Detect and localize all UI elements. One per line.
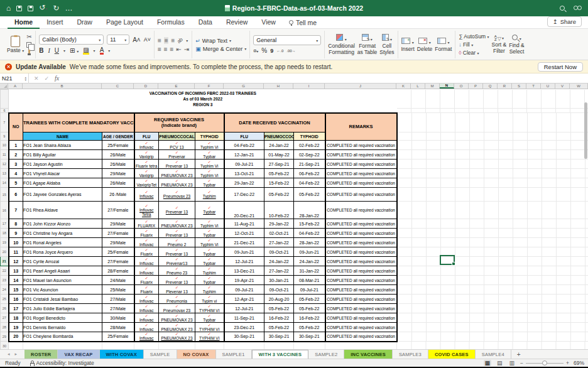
col-header[interactable]: S — [512, 84, 526, 89]
decrease-decimal-icon[interactable]: .00→ — [286, 49, 295, 53]
empty-cell[interactable] — [264, 342, 294, 350]
cell-pneumo-brand[interactable]: ✓Pneumovax 23 — [159, 304, 195, 313]
cell-flu-date[interactable]: 13-Oct-21 — [224, 169, 264, 178]
row-number[interactable]: 16 — [1, 202, 9, 219]
sheet-tab-no-covax[interactable]: NO COVAX — [177, 350, 216, 359]
cell-name[interactable]: FO1 Billy Aguilar — [23, 150, 102, 160]
cell-name[interactable]: FO1 Vic Asuncion — [23, 285, 102, 295]
tab-page-layout[interactable]: Page Layout — [99, 16, 150, 29]
col-header[interactable]: L — [411, 84, 425, 89]
cell-pneumo-date[interactable]: 09-Oct-21 — [264, 285, 294, 295]
cell-age[interactable]: 27/Male — [102, 304, 134, 313]
empty-cell[interactable] — [159, 342, 195, 350]
cell-flu-date[interactable]: 21-Dec-21 — [224, 238, 264, 247]
cell-typhoid-brand[interactable]: ✓Typbar — [195, 257, 224, 266]
cell-age[interactable]: 24/Male — [102, 276, 134, 285]
cell-name[interactable]: FO1 Pearl Angeli Asaari — [23, 266, 102, 276]
zoom-knob[interactable] — [542, 360, 547, 365]
cell-age[interactable]: 25/Female — [102, 247, 134, 257]
col-header[interactable]: T — [526, 84, 541, 89]
cell-flu-brand[interactable]: ✓Influvac — [134, 141, 159, 150]
cell-pneumo-date[interactable]: 15-Feb-22 — [264, 178, 294, 188]
cell-typhoid-brand[interactable]: ✓Typhim Vi — [195, 160, 224, 169]
empty-cell[interactable] — [9, 109, 397, 113]
tab-data[interactable]: Data — [192, 16, 219, 29]
cell-flu-brand[interactable]: ✓Influvac Tetra — [134, 202, 159, 219]
cell-typhoid-brand[interactable]: ✓Typhim Vi — [195, 169, 224, 178]
empty-cell[interactable] — [325, 342, 397, 350]
cell-remarks[interactable]: COMPLETED all required vaccination — [325, 178, 397, 188]
cell-remarks[interactable]: COMPLETED all required vaccination — [325, 141, 397, 150]
cell-age[interactable]: 28/Female — [102, 266, 134, 276]
sheet-title[interactable]: VACCINATION OF INCOMING FBRC 2022-03 TRA… — [9, 90, 397, 109]
search-icon[interactable] — [560, 6, 565, 11]
cell-flu-brand[interactable]: ✓Fluarix — [134, 285, 159, 295]
grow-font-icon[interactable]: A˄ — [133, 36, 141, 43]
cell-remarks[interactable]: COMPLETED all required vaccination — [325, 276, 397, 285]
cell-pneumo-brand[interactable]: ✓Prevenar 13 — [159, 202, 195, 219]
cell-no[interactable]: 1 — [9, 141, 23, 150]
cell-pneumo-date[interactable]: 27-Jan-22 — [264, 266, 294, 276]
enter-icon[interactable]: ✓ — [45, 75, 50, 82]
cell-flu-date[interactable]: 12-Jul-21 — [224, 304, 264, 313]
sheet-tab-sample[interactable]: SAMPLE — [144, 350, 177, 359]
cell-remarks[interactable]: COMPLETED all required vaccination — [325, 266, 397, 276]
row-number[interactable]: 17 — [1, 219, 9, 229]
cell-pneumo-date[interactable]: 05-Feb-22 — [264, 169, 294, 178]
save-icon[interactable] — [16, 6, 22, 11]
zoom-level[interactable]: 69% — [574, 360, 584, 366]
paste-button[interactable]: Paste ▾ — [7, 36, 24, 54]
cell-styles-button[interactable]: ✎ ▾ CellStyles — [379, 34, 394, 55]
cell-flu-date[interactable]: 20-Dec-21 — [224, 202, 264, 219]
cell-pneumo-date[interactable]: 01-May-22 — [264, 150, 294, 160]
header-typhoid-brand[interactable]: TYPHOID — [195, 133, 224, 141]
copy-icon[interactable] — [26, 42, 31, 48]
cell-flu-date[interactable]: 09-Jul-21 — [224, 285, 264, 295]
row-number[interactable]: 7 — [1, 113, 9, 133]
sheet-tab-sample4[interactable]: SAMPLE4 — [476, 350, 511, 359]
cell-remarks[interactable]: COMPLETED all required vaccination — [325, 257, 397, 266]
header-remarks[interactable]: REMARKS — [325, 113, 397, 141]
col-header[interactable]: U — [541, 84, 555, 89]
row-number[interactable] — [1, 90, 9, 109]
cell-pneumo-date[interactable]: 16-Feb-22 — [264, 313, 294, 323]
row-number[interactable]: 28 — [1, 323, 9, 332]
cell-age[interactable]: 25/Male — [102, 285, 134, 295]
borders-icon[interactable]: ⊞ ▾ — [70, 47, 79, 54]
cell-no[interactable]: 15 — [9, 285, 23, 295]
cell-typhoid-date[interactable]: 05-Feb-22 — [294, 188, 325, 202]
cell-age[interactable]: 26 /Male — [102, 188, 134, 202]
cell-pneumo-brand[interactable]: ✓Prevenar 13 — [159, 229, 195, 238]
cell-flu-brand[interactable]: ✓Influvac — [134, 323, 159, 332]
sheet-tab-with-3-vaccines-active[interactable]: WITH 3 VACCINES — [252, 350, 309, 359]
cell-name[interactable]: FO1 Agape Aldaba — [23, 178, 102, 188]
cell-typhoid-brand[interactable]: ✓Typhim Vi — [195, 219, 224, 229]
cell-pneumo-date[interactable]: 05-Feb-22 — [264, 188, 294, 202]
cell-no[interactable]: 13 — [9, 266, 23, 276]
cell-remarks[interactable]: COMPLETED all required vaccination — [325, 229, 397, 238]
cell-flu-brand[interactable]: ✓FLUARIX — [134, 219, 159, 229]
find-select-button[interactable]: ▾ Find &Select — [509, 35, 525, 55]
row-number[interactable]: 23 — [1, 276, 9, 285]
cell-remarks[interactable]: COMPLETED all required vaccination — [325, 188, 397, 202]
clear-button[interactable]: ◊ Clear ▾ — [459, 50, 489, 56]
format-as-table-button[interactable]: ✎ ▾ Formatas Table — [357, 34, 378, 55]
cell-no[interactable]: 19 — [9, 323, 23, 332]
cell-age[interactable]: 30/Male — [102, 313, 134, 323]
cell-pneumo-date[interactable]: 29-Jan-22 — [264, 219, 294, 229]
cell-name[interactable]: FO1 Cheylene Bombarda — [23, 332, 102, 342]
cell-typhoid-date[interactable]: 21-Sep-21 — [294, 160, 325, 169]
underline-button[interactable]: U — [55, 47, 59, 54]
empty-cell[interactable] — [9, 342, 23, 350]
cell-no[interactable]: 18 — [9, 313, 23, 323]
cell-name[interactable]: FO1 Jean Shaira Ablaza — [23, 141, 102, 150]
cell-flu-brand[interactable]: ✓Influvac — [134, 257, 159, 266]
cell-typhoid-brand[interactable]: ✓TYPHIM VI — [195, 304, 224, 313]
cell-pneumo-brand[interactable]: ✓PNEUMOVAX 23 — [159, 332, 195, 342]
cell-pneumo-date[interactable]: 20-Aug-20 — [264, 295, 294, 304]
cell-pneumo-date[interactable]: 05-Feb-22 — [264, 304, 294, 313]
home-icon[interactable]: ⌂ — [6, 4, 11, 12]
cell-no[interactable]: 4 — [9, 169, 23, 178]
cell-typhoid-brand[interactable]: ✓Typbar — [195, 313, 224, 323]
cell-typhoid-brand[interactable]: ✓Typim vi — [195, 295, 224, 304]
